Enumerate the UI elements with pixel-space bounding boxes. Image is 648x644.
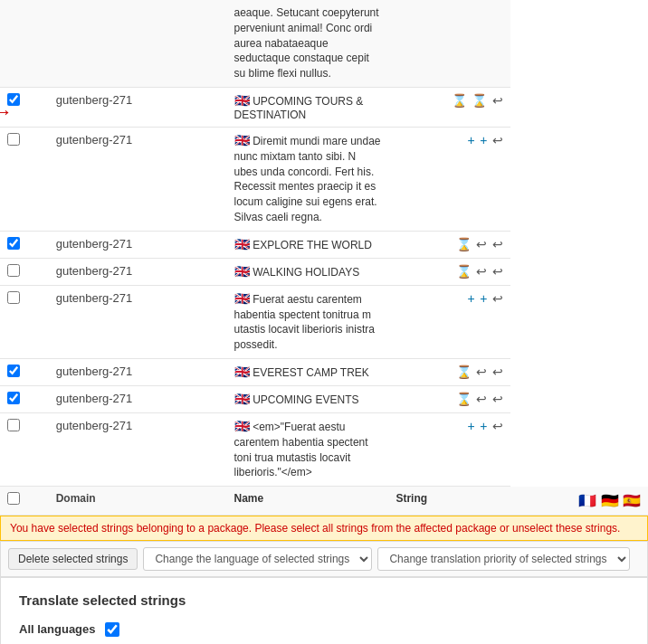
all-languages-label: All languages [19,622,96,636]
hourglass-icon-6[interactable]: ⌛ [456,365,472,379]
table-row: gutenberg-271 🇬🇧 <em>"Fuerat aestu caren… [0,412,648,486]
string-cell-5: 🇬🇧 Fuerat aestu carentem habentia specte… [227,285,389,358]
arrow-icon-3b[interactable]: ↩ [492,237,503,251]
hourglass-icon-1a[interactable]: ⌛ [452,93,467,108]
domain-cell-2: gutenberg-271 [49,127,227,231]
footer-checkbox[interactable] [7,492,20,505]
translate-section: Translate selected strings All languages… [0,577,648,644]
domain-cell-7: gutenberg-271 [49,385,227,412]
flag-icon-4: 🇬🇧 [234,264,250,279]
string-text-5: Fuerat aestu carentem habentia spectent … [234,293,375,351]
flag-icon-1: 🇬🇧 [234,93,250,108]
table-row: gutenberg-271 🇬🇧 Diremit mundi mare unda… [0,127,648,231]
table-row: → gutenberg-271 🇬🇧 EXPLORE THE WORLD ⌛ ↩… [0,231,648,258]
table-row: gutenberg-271 🇬🇧 EVEREST CAMP TREK ⌛ ↩ ↩ [0,358,648,385]
table-footer-row: Domain Name String 🇫🇷 🇩🇪 🇪🇸 [0,487,648,516]
string-text-8: <em>"Fuerat aestu carentem habentia spec… [234,421,368,478]
action-cell-1: ⌛ ⌛ ↩ [388,87,510,127]
translate-section-title: Translate selected strings [19,592,629,608]
row-checkbox-3[interactable] [7,237,20,250]
domain-cell-6: gutenberg-271 [49,358,227,385]
string-text-2: Diremit mundi mare undae nunc mixtam tan… [234,135,381,223]
action-cell-7: ⌛ ↩ ↩ [388,385,510,412]
row-checkbox-2[interactable] [7,133,20,146]
arrow-icon-3a[interactable]: ↩ [476,237,487,251]
domain-cell-8: gutenberg-271 [49,412,227,486]
plus-icon-8b[interactable]: + [480,419,487,433]
table-row: → gutenberg-271 🇬🇧 UPCOMING TOURS & DEST… [0,87,648,127]
string-text-4: WALKING HOLIDAYS [253,266,359,279]
footer-domain-label: Domain [49,487,227,516]
string-text-6: EVEREST CAMP TREK [253,366,369,379]
change-language-dropdown[interactable]: Change the language of selected strings [143,547,372,571]
hourglass-icon-1b[interactable]: ⌛ [472,93,487,108]
domain-cell-5: gutenberg-271 [49,285,227,358]
string-text-3: EXPLORE THE WORLD [253,239,372,251]
arrow-icon-6b[interactable]: ↩ [492,365,503,379]
flag-icon-7: 🇬🇧 [234,392,250,406]
arrow-icon-5[interactable]: ↩ [492,291,503,306]
action-cell-8: + + ↩ [388,412,510,486]
flag-icon-8: 🇬🇧 [234,419,250,433]
warning-text: You have selected strings belonging to a… [10,522,620,535]
row-checkbox-5[interactable] [7,291,20,304]
action-cell-6: ⌛ ↩ ↩ [388,358,510,385]
domain-cell-4: gutenberg-271 [49,258,227,285]
string-cell-4: 🇬🇧 WALKING HOLIDAYS [227,258,389,285]
string-cell-2: 🇬🇧 Diremit mundi mare undae nunc mixtam … [227,127,389,231]
flag-icon-5: 🇬🇧 [234,291,250,306]
plus-icon-5a[interactable]: + [467,291,474,306]
all-languages-checkbox[interactable] [105,622,119,637]
hourglass-icon-7[interactable]: ⌛ [456,392,472,406]
delete-selected-button[interactable]: Delete selected strings [8,548,138,570]
plus-icon-2a[interactable]: + [467,133,474,147]
row-checkbox-7[interactable] [7,392,20,404]
flag-icon-3: 🇬🇧 [234,237,250,251]
domain-cell-3: gutenberg-271 [49,231,227,258]
string-cell-6: 🇬🇧 EVEREST CAMP TREK [227,358,389,385]
arrow-icon-7a[interactable]: ↩ [476,392,487,406]
action-bar: Delete selected strings Change the langu… [0,541,648,577]
arrow-indicator-1: → [0,100,13,124]
arrow-icon-2[interactable]: ↩ [492,133,503,147]
footer-flags: 🇫🇷 🇩🇪 🇪🇸 [510,487,648,516]
table-row: gutenberg-271 🇬🇧 WALKING HOLIDAYS ⌛ ↩ ↩ [0,258,648,285]
arrow-icon-4a[interactable]: ↩ [476,264,487,279]
hourglass-icon-4[interactable]: ⌛ [456,264,472,279]
string-cell-8: 🇬🇧 <em>"Fuerat aestu carentem habentia s… [227,412,389,486]
action-cell-3: ⌛ ↩ ↩ [388,231,510,258]
action-cell-2: + + ↩ [388,127,510,231]
action-cell-4: ⌛ ↩ ↩ [388,258,510,285]
footer-name-col: Name [227,487,389,516]
arrow-icon-7b[interactable]: ↩ [492,392,503,406]
arrow-icon-4b[interactable]: ↩ [492,264,503,279]
flag-icon-6: 🇬🇧 [234,365,250,379]
row-checkbox-6[interactable] [7,365,20,377]
domain-cell-1: gutenberg-271 [49,87,227,127]
row-checkbox-8[interactable] [7,419,20,431]
string-text-1: UPCOMING TOURS & DESTINATION [234,95,364,121]
string-cell-3: 🇬🇧 EXPLORE THE WORLD [227,231,389,258]
action-cell-5: + + ↩ [388,285,510,358]
footer-string-col: String [388,487,510,516]
plus-icon-2b[interactable]: + [480,133,487,147]
arrow-icon-1[interactable]: ↩ [492,93,503,108]
table-row: gutenberg-271 🇬🇧 UPCOMING EVENTS ⌛ ↩ ↩ [0,385,648,412]
row-checkbox-4[interactable] [7,264,20,277]
hourglass-icon-3[interactable]: ⌛ [456,237,472,251]
string-text-7: UPCOMING EVENTS [253,393,358,406]
top-text: aeaque. Setucant coepyterunt perveniunt … [227,0,389,87]
change-priority-dropdown[interactable]: Change translation priority of selected … [377,547,630,571]
string-cell-1: 🇬🇧 UPCOMING TOURS & DESTINATION [227,87,389,127]
all-languages-row: All languages [19,622,629,637]
arrow-icon-8[interactable]: ↩ [492,419,503,433]
warning-bar: You have selected strings belonging to a… [0,516,648,541]
arrow-icon-6a[interactable]: ↩ [476,365,487,379]
plus-icon-8a[interactable]: + [467,419,474,433]
flag-icon-2: 🇬🇧 [234,133,250,147]
plus-icon-5b[interactable]: + [480,291,487,306]
string-cell-7: 🇬🇧 UPCOMING EVENTS [227,385,389,412]
table-row: gutenberg-271 🇬🇧 Fuerat aestu carentem h… [0,285,648,358]
